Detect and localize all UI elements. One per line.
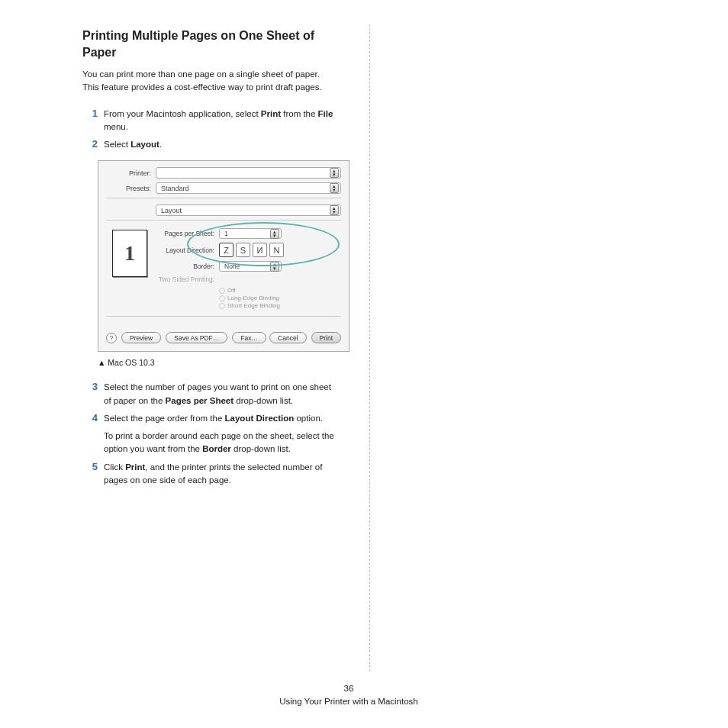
print-button[interactable]: Print xyxy=(311,332,341,343)
radio-icon xyxy=(219,303,225,309)
pages-per-sheet-select[interactable]: 1 xyxy=(219,228,282,239)
step-1: 1 From your Macintosh application, selec… xyxy=(82,108,336,134)
cancel-button[interactable]: Cancel xyxy=(269,332,306,343)
dropdown-icon xyxy=(270,262,279,272)
footer-title: Using Your Printer with a Macintosh xyxy=(0,695,697,708)
radio-off[interactable]: Off xyxy=(219,287,338,294)
step-number: 5 xyxy=(82,461,98,488)
printer-label: Printer: xyxy=(106,169,156,177)
dropdown-icon xyxy=(330,183,339,193)
step-3: 3 Select the number of pages you want to… xyxy=(82,381,336,407)
layout-direction-label: Layout Direction: xyxy=(158,246,219,254)
intro-paragraph: You can print more than one page on a si… xyxy=(82,68,336,93)
page-preview: 1 xyxy=(112,230,147,277)
radio-short-edge[interactable]: Short Edge Binding xyxy=(219,302,338,309)
step-2: 2 Select Layout. xyxy=(82,138,336,151)
radio-icon xyxy=(219,288,225,294)
step-text: Select the number of pages you want to p… xyxy=(104,381,336,407)
dropdown-icon xyxy=(330,168,339,178)
border-label: Border: xyxy=(158,263,219,270)
step-number: 2 xyxy=(82,138,98,151)
dropdown-icon xyxy=(330,205,339,215)
save-pdf-button[interactable]: Save As PDF… xyxy=(166,332,227,343)
step-text: From your Macintosh application, select … xyxy=(104,108,336,134)
two-sided-label: Two Sided Printing: xyxy=(158,275,219,283)
layout-direction-option-3[interactable]: И xyxy=(253,243,267,257)
page-footer: 36 Using Your Printer with a Macintosh xyxy=(0,682,697,709)
step-number: 4 xyxy=(82,412,98,456)
presets-select[interactable]: Standard xyxy=(156,182,341,194)
dropdown-icon xyxy=(270,229,279,239)
section-heading: Printing Multiple Pages on One Sheet of … xyxy=(82,27,336,60)
layout-direction-option-2[interactable]: S xyxy=(236,243,250,257)
figure-caption: ▲ Mac OS 10.3 xyxy=(98,358,336,367)
step-5: 5 Click Print, and the printer prints th… xyxy=(82,461,336,488)
step-text: Click Print, and the printer prints the … xyxy=(104,461,336,488)
pages-per-sheet-label: Pages per Sheet: xyxy=(158,230,219,237)
step-text: Select Layout. xyxy=(104,138,162,151)
radio-icon xyxy=(219,295,225,301)
radio-long-edge[interactable]: Long-Edge Binding xyxy=(219,295,338,301)
step-text: Select the page order from the Layout Di… xyxy=(104,412,336,456)
panel-select[interactable]: Layout xyxy=(156,205,341,216)
presets-label: Presets: xyxy=(106,185,156,192)
column-divider xyxy=(369,24,370,672)
fax-button[interactable]: Fax… xyxy=(232,332,266,343)
print-dialog: Printer: Presets: Standard Layout 1 xyxy=(98,160,350,352)
step-number: 1 xyxy=(82,108,98,134)
step-4: 4 Select the page order from the Layout … xyxy=(82,412,336,456)
preview-button[interactable]: Preview xyxy=(121,332,161,343)
layout-direction-option-4[interactable]: N xyxy=(269,243,284,257)
help-button[interactable]: ? xyxy=(106,333,117,343)
layout-direction-option-1[interactable]: Z xyxy=(219,243,234,257)
border-select[interactable]: None xyxy=(219,261,282,272)
printer-select[interactable] xyxy=(156,167,341,179)
page-number: 36 xyxy=(0,682,697,695)
step-number: 3 xyxy=(82,381,98,407)
